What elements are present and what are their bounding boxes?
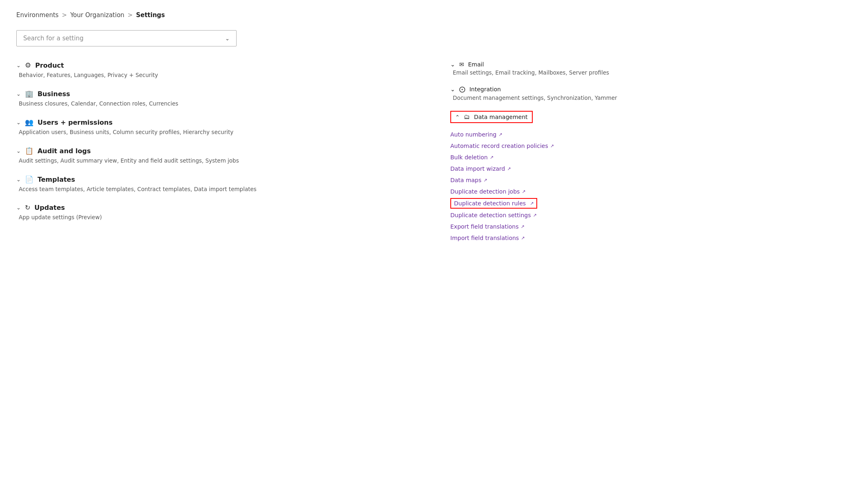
section-product: ⌄ ⚙ Product Behavior, Features, Language… xyxy=(16,61,418,78)
section-updates-title[interactable]: Updates xyxy=(34,204,65,211)
external-link-icon: ↗ xyxy=(521,224,525,229)
section-updates: ⌄ ↻ Updates App update settings (Preview… xyxy=(16,204,418,220)
chevron-down-icon: ⌄ xyxy=(225,35,230,42)
chevron-updates-icon: ⌄ xyxy=(16,205,21,211)
section-users-permissions: ⌄ 👥 Users + permissions Application user… xyxy=(16,118,418,135)
section-integration: ⌄ ⨀ Integration Document management sett… xyxy=(450,86,852,101)
section-templates: ⌄ 📄 Templates Access team templates, Art… xyxy=(16,175,418,192)
breadcrumb: Environments > Your Organization > Setti… xyxy=(16,11,852,19)
external-link-icon: ↗ xyxy=(498,132,502,137)
section-product-title[interactable]: Product xyxy=(35,62,64,69)
breadcrumb-org[interactable]: Your Organization xyxy=(70,11,124,19)
section-email-desc: Email settings, Email tracking, Mailboxe… xyxy=(451,69,852,76)
data-management-links: Auto numbering ↗ Automatic record creati… xyxy=(450,130,852,243)
link-auto-numbering[interactable]: Auto numbering ↗ xyxy=(450,130,852,139)
chevron-business-icon: ⌄ xyxy=(16,91,21,97)
external-link-icon: ↗ xyxy=(490,155,494,160)
section-templates-title[interactable]: Templates xyxy=(38,176,75,183)
breadcrumb-environments[interactable]: Environments xyxy=(16,11,59,19)
integration-icon: ⨀ xyxy=(459,86,465,93)
external-link-icon: ↗ xyxy=(522,189,525,194)
link-import-field-translations[interactable]: Import field translations ↗ xyxy=(450,233,852,243)
external-link-icon: ↗ xyxy=(483,178,487,183)
search-placeholder: Search for a setting xyxy=(23,35,84,42)
breadcrumb-settings: Settings xyxy=(136,11,165,19)
external-link-icon: ↗ xyxy=(530,201,534,206)
section-templates-desc: Access team templates, Article templates… xyxy=(17,186,418,192)
link-duplicate-detection-settings[interactable]: Duplicate detection settings ↗ xyxy=(450,210,852,220)
link-auto-record-creation[interactable]: Automatic record creation policies ↗ xyxy=(450,141,852,151)
section-product-desc: Behavior, Features, Languages, Privacy +… xyxy=(17,72,418,78)
users-icon: 👥 xyxy=(25,118,33,126)
section-business: ⌄ 🏢 Business Business closures, Calendar… xyxy=(16,90,418,107)
breadcrumb-sep1: > xyxy=(62,11,67,19)
right-column: ⌄ ✉ Email Email settings, Email tracking… xyxy=(450,61,852,253)
chevron-product-icon: ⌄ xyxy=(16,62,21,68)
audit-icon: 📋 xyxy=(25,147,33,155)
section-business-title[interactable]: Business xyxy=(38,90,70,98)
link-duplicate-detection-rules[interactable]: Duplicate detection rules ↗ xyxy=(454,200,534,207)
email-icon: ✉ xyxy=(459,61,464,68)
link-bulk-deletion[interactable]: Bulk deletion ↗ xyxy=(450,152,852,162)
section-audit-logs: ⌄ 📋 Audit and logs Audit settings, Audit… xyxy=(16,147,418,164)
section-data-management: ⌃ 🗂 Data management Auto numbering ↗ Aut… xyxy=(450,111,852,243)
chevron-users-icon: ⌄ xyxy=(16,119,21,126)
chevron-email-icon: ⌄ xyxy=(450,61,455,68)
chevron-integration-icon: ⌄ xyxy=(450,86,455,92)
section-integration-title[interactable]: Integration xyxy=(469,86,501,92)
link-export-field-translations[interactable]: Export field translations ↗ xyxy=(450,222,852,231)
link-duplicate-detection-jobs[interactable]: Duplicate detection jobs ↗ xyxy=(450,187,852,196)
breadcrumb-sep2: > xyxy=(128,11,133,19)
data-mgmt-icon: 🗂 xyxy=(464,113,470,121)
link-data-import-wizard[interactable]: Data import wizard ↗ xyxy=(450,164,852,174)
updates-icon: ↻ xyxy=(25,204,30,211)
chevron-audit-icon: ⌄ xyxy=(16,148,21,154)
section-users-desc: Application users, Business units, Colum… xyxy=(17,129,418,135)
chevron-templates-icon: ⌄ xyxy=(16,176,21,183)
templates-icon: 📄 xyxy=(25,175,33,183)
external-link-icon: ↗ xyxy=(533,213,537,218)
external-link-icon: ↗ xyxy=(507,166,511,172)
business-icon: 🏢 xyxy=(25,90,33,98)
left-column: ⌄ ⚙ Product Behavior, Features, Language… xyxy=(16,61,418,253)
external-link-icon: ↗ xyxy=(521,236,525,241)
content-grid: ⌄ ⚙ Product Behavior, Features, Language… xyxy=(16,61,852,253)
search-bar[interactable]: Search for a setting ⌄ xyxy=(16,30,237,46)
link-data-maps[interactable]: Data maps ↗ xyxy=(450,175,852,185)
section-data-mgmt-title[interactable]: Data management xyxy=(474,114,528,120)
section-audit-desc: Audit settings, Audit summary view, Enti… xyxy=(17,157,418,164)
section-integration-desc: Document management settings, Synchroniz… xyxy=(451,95,852,101)
section-business-desc: Business closures, Calendar, Connection … xyxy=(17,100,418,107)
chevron-data-mgmt-icon: ⌃ xyxy=(455,114,460,120)
section-audit-title[interactable]: Audit and logs xyxy=(38,147,91,155)
section-users-title[interactable]: Users + permissions xyxy=(38,119,113,126)
section-email: ⌄ ✉ Email Email settings, Email tracking… xyxy=(450,61,852,76)
section-email-title[interactable]: Email xyxy=(468,61,484,68)
section-updates-desc: App update settings (Preview) xyxy=(17,214,418,220)
product-gear-icon: ⚙ xyxy=(25,61,31,69)
external-link-icon: ↗ xyxy=(550,143,554,149)
